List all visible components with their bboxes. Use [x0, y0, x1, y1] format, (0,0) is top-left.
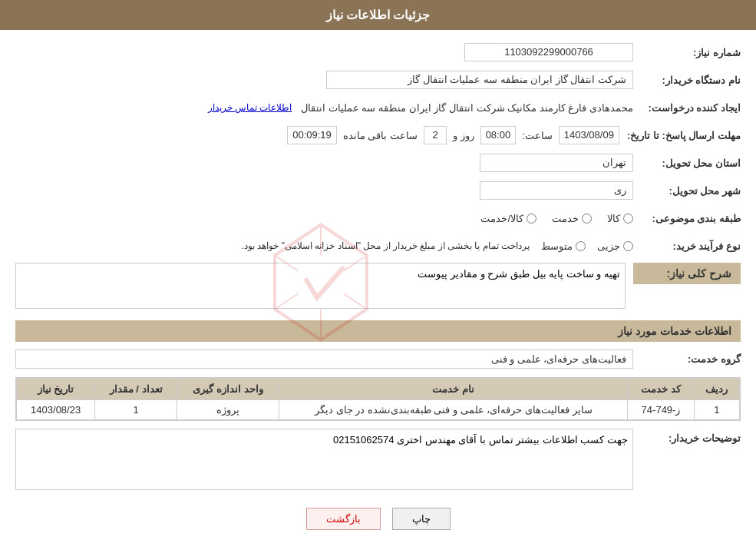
radio-service-label: خدمت: [552, 213, 579, 224]
buyer-org-row: نام دستگاه خریدار: شرکت انتقال گاز ایران…: [15, 69, 741, 91]
services-table: ردیف کد خدمت نام خدمت واحد اندازه گیری ت…: [16, 378, 740, 420]
back-button[interactable]: بازگشت: [306, 508, 381, 530]
category-label: طبقه بندی موضوعی:: [633, 213, 741, 224]
category-radio-goods[interactable]: کالا: [607, 213, 633, 224]
buyer-notes-row: توضیحات خریدار:: [15, 429, 741, 492]
radio-medium[interactable]: [576, 241, 586, 251]
deadline-days-label: روز و: [453, 130, 474, 141]
creator-value: محمدهادی فارغ کارمند مکانیک شرکت انتقال …: [301, 102, 633, 114]
table-row: 1ز-749-74سایر فعالیت‌های حرفه‌ای، علمی و…: [17, 400, 740, 420]
deadline-remaining-value: 00:09:19: [287, 126, 337, 144]
th-unit: واحد اندازه گیری: [177, 379, 279, 400]
process-label: نوع فرآیند خرید:: [633, 240, 741, 252]
process-row: نوع فرآیند خرید: جزیی متوسط پرداخت تمام …: [15, 235, 741, 257]
deadline-time-label: ساعت:: [522, 130, 553, 141]
td-row_num: 1: [694, 400, 739, 420]
creator-label: ایجاد کننده درخواست:: [633, 102, 741, 114]
province-label: استان محل تحویل:: [633, 157, 741, 169]
need-number-value: 1103092299000766: [464, 43, 633, 61]
radio-goods-label: کالا: [607, 213, 620, 224]
content-area: شماره نیاز: 1103092299000766 نام دستگاه …: [0, 30, 756, 540]
main-container: جزئیات اطلاعات نیاز شماره نیاز: 11030922…: [0, 0, 756, 540]
buyer-notes-container: [15, 429, 633, 492]
radio-medium-label: متوسط: [541, 240, 573, 252]
td-unit: پروژه: [177, 400, 279, 420]
city-value: ری: [480, 181, 633, 200]
need-description-container: [15, 263, 626, 311]
td-quantity: 1: [95, 400, 177, 420]
radio-service[interactable]: [582, 214, 592, 224]
page-header: جزئیات اطلاعات نیاز: [0, 0, 756, 30]
buyer-notes-textarea[interactable]: [15, 429, 633, 490]
deadline-date-value: 1403/08/09: [559, 126, 619, 144]
deadline-row: مهلت ارسال پاسخ: تا تاریخ: 1403/08/09 سا…: [15, 124, 741, 146]
page-title: جزئیات اطلاعات نیاز: [326, 8, 431, 22]
deadline-days-value: 2: [424, 126, 447, 144]
province-value: تهران: [480, 154, 633, 172]
button-row: چاپ بازگشت: [15, 508, 741, 530]
category-radio-service[interactable]: خدمت: [552, 213, 592, 224]
buyer-org-value: شرکت انتقال گاز ایران منطقه سه عملیات ان…: [326, 71, 633, 89]
radio-both-label: کالا/خدمت: [480, 213, 523, 224]
td-service_code: ز-749-74: [628, 400, 694, 420]
th-quantity: تعداد / مقدار: [95, 379, 177, 400]
category-row: طبقه بندی موضوعی: کالا خدمت کالا/خدمت: [15, 207, 741, 229]
radio-both[interactable]: [527, 214, 536, 224]
need-number-label: شماره نیاز:: [633, 47, 741, 58]
td-service_name: سایر فعالیت‌های حرفه‌ای، علمی و فنی طبقه…: [279, 400, 628, 420]
deadline-remaining-label: ساعت باقی مانده: [343, 130, 418, 141]
radio-minor-label: جزیی: [597, 240, 620, 252]
need-description-section-title: شرح کلی نیاز:: [633, 263, 741, 284]
deadline-time-value: 08:00: [480, 126, 517, 144]
city-row: شهر محل تحویل: ری: [15, 180, 741, 201]
need-description-row: شرح کلی نیاز:: [15, 263, 741, 311]
buyer-notes-label: توضیحات خریدار:: [633, 429, 741, 444]
th-date: تاریخ نیاز: [17, 379, 95, 400]
th-service-code: کد خدمت: [628, 379, 694, 400]
radio-goods[interactable]: [623, 214, 633, 224]
need-number-row: شماره نیاز: 1103092299000766: [15, 41, 741, 63]
process-note: پرداخت تمام یا بخشی از مبلغ خریدار از مح…: [242, 240, 530, 251]
service-group-value: فعالیت‌های حرفه‌ای، علمی و فنی: [15, 350, 633, 369]
process-options: جزیی متوسط پرداخت تمام یا بخشی از مبلغ خ…: [242, 240, 633, 252]
province-row: استان محل تحویل: تهران: [15, 152, 741, 174]
th-row-num: ردیف: [694, 379, 739, 400]
services-table-container: ردیف کد خدمت نام خدمت واحد اندازه گیری ت…: [15, 377, 741, 421]
table-header-row: ردیف کد خدمت نام خدمت واحد اندازه گیری ت…: [17, 379, 740, 400]
creator-row: ایجاد کننده درخواست: محمدهادی فارغ کارمن…: [15, 97, 741, 118]
service-group-row: گروه خدمت: فعالیت‌های حرفه‌ای، علمی و فن…: [15, 348, 741, 369]
print-button[interactable]: چاپ: [392, 508, 451, 530]
services-section-title: اطلاعات خدمات مورد نیاز: [15, 320, 741, 342]
need-description-textarea[interactable]: [15, 263, 626, 309]
deadline-label: مهلت ارسال پاسخ: تا تاریخ:: [619, 130, 741, 141]
process-minor[interactable]: جزیی: [597, 240, 633, 252]
deadline-date-row: 1403/08/09 ساعت: 08:00 روز و 2 ساعت باقی…: [287, 126, 619, 144]
buyer-org-label: نام دستگاه خریدار:: [633, 75, 741, 86]
city-label: شهر محل تحویل:: [633, 185, 741, 197]
th-service-name: نام خدمت: [279, 379, 628, 400]
category-radio-both[interactable]: کالا/خدمت: [480, 213, 536, 224]
service-group-label: گروه خدمت:: [633, 353, 741, 365]
radio-minor[interactable]: [623, 241, 633, 251]
category-radio-group: کالا خدمت کالا/خدمت: [480, 213, 633, 224]
process-medium[interactable]: متوسط: [541, 240, 586, 252]
td-date: 1403/08/23: [17, 400, 95, 420]
creator-contact-link[interactable]: اطلاعات تماس خریدار: [208, 102, 292, 113]
